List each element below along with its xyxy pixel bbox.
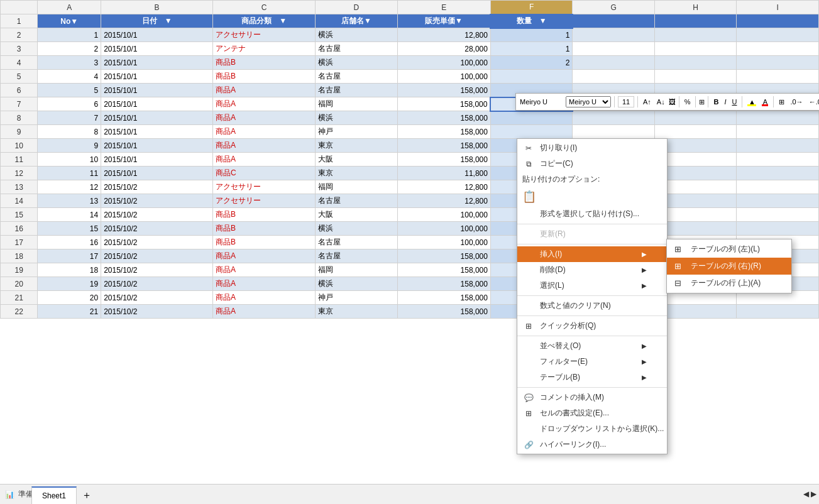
- cell-price-7[interactable]: 158,000: [397, 97, 490, 111]
- sheet-tab-sheet1[interactable]: Sheet1: [31, 486, 77, 504]
- ctx-table[interactable]: テーブル(B) ▶: [517, 370, 667, 385]
- ctx-sort[interactable]: 並べ替え(O) ▶: [517, 338, 667, 354]
- cell-date-2[interactable]: 2015/10/1: [101, 28, 213, 42]
- col-header-g[interactable]: G: [573, 1, 654, 14]
- cell-category-13[interactable]: アクセサリー: [213, 180, 316, 194]
- cell-no-19[interactable]: 18: [38, 263, 101, 277]
- cell-no-13[interactable]: 12: [38, 180, 101, 194]
- cell-store-2[interactable]: 横浜: [316, 28, 397, 42]
- cell-store-16[interactable]: 横浜: [316, 222, 397, 236]
- col-header-a[interactable]: A: [38, 1, 101, 14]
- cell-price-10[interactable]: 158,000: [397, 139, 490, 153]
- ctx-clear[interactable]: 数式と値のクリア(N): [517, 298, 667, 314]
- cell-qty-9[interactable]: [490, 125, 572, 139]
- font-name-select[interactable]: Meiryo U: [566, 96, 611, 107]
- cell-date-18[interactable]: 2015/10/2: [101, 249, 213, 263]
- col-header-f[interactable]: F: [490, 1, 572, 14]
- cell-category-16[interactable]: 商品B: [213, 222, 316, 236]
- cell-store-22[interactable]: 東京: [316, 305, 397, 319]
- cell-price-4[interactable]: 100,000: [397, 56, 490, 70]
- ctx-copy[interactable]: ⧉ コピー(C): [517, 156, 667, 172]
- cell-category-18[interactable]: 商品A: [213, 249, 316, 263]
- cell-date-13[interactable]: 2015/10/2: [101, 180, 213, 194]
- bold-button[interactable]: B: [712, 97, 720, 106]
- col-header-c[interactable]: C: [213, 1, 316, 14]
- cell-qty-3[interactable]: 1: [490, 42, 572, 56]
- submenu-row-above[interactable]: ⊟ テーブルの行 (上)(A): [667, 275, 791, 292]
- cell-category-21[interactable]: 商品A: [213, 291, 316, 305]
- header-date[interactable]: 日付 ▼: [101, 14, 213, 28]
- cell-date-17[interactable]: 2015/10/2: [101, 236, 213, 249]
- cell-qty-2[interactable]: 1: [490, 28, 572, 42]
- cell-date-15[interactable]: 2015/10/2: [101, 208, 213, 222]
- cell-category-5[interactable]: 商品B: [213, 70, 316, 84]
- col-header-b[interactable]: B: [101, 1, 213, 14]
- cell-price-6[interactable]: 158,000: [397, 84, 490, 97]
- cell-qty-4[interactable]: 2: [490, 56, 572, 70]
- cell-date-12[interactable]: 2015/10/1: [101, 167, 213, 180]
- cell-date-22[interactable]: 2015/10/2: [101, 305, 213, 319]
- cell-category-7[interactable]: 商品A: [213, 97, 316, 111]
- ctx-cut[interactable]: ✂ 切り取り(I): [517, 140, 667, 156]
- cell-store-3[interactable]: 名古屋: [316, 42, 397, 56]
- cell-no-8[interactable]: 7: [38, 111, 101, 125]
- fill-color-button[interactable]: ▲: [745, 97, 758, 107]
- ctx-hyperlink[interactable]: 🔗 ハイパーリンク(I)...: [517, 437, 667, 452]
- decimal-inc-button[interactable]: .0→: [788, 97, 805, 106]
- cell-store-13[interactable]: 福岡: [316, 180, 397, 194]
- header-price[interactable]: 販売単価▼: [397, 14, 490, 28]
- cell-no-14[interactable]: 13: [38, 194, 101, 208]
- border-button[interactable]: ⊞: [777, 97, 786, 107]
- cell-store-12[interactable]: 東京: [316, 167, 397, 180]
- cell-no-9[interactable]: 8: [38, 125, 101, 139]
- cell-no-17[interactable]: 16: [38, 236, 101, 249]
- cell-date-5[interactable]: 2015/10/1: [101, 70, 213, 84]
- col-header-i[interactable]: I: [737, 1, 819, 14]
- increase-font-button[interactable]: A↑: [641, 97, 653, 106]
- decrease-font-button[interactable]: A↓: [655, 97, 667, 106]
- cell-date-3[interactable]: 2015/10/1: [101, 42, 213, 56]
- cell-no-7[interactable]: 6: [38, 97, 101, 111]
- ctx-paste-icons[interactable]: 📋: [517, 187, 667, 206]
- header-store[interactable]: 店舗名▼: [316, 14, 397, 28]
- cell-date-7[interactable]: 2015/10/1: [101, 97, 213, 111]
- submenu-col-left[interactable]: ⊞ テーブルの列 (左)(L): [667, 241, 791, 258]
- cell-price-22[interactable]: 158,000: [397, 305, 490, 319]
- cell-store-10[interactable]: 東京: [316, 139, 397, 153]
- cell-no-3[interactable]: 2: [38, 42, 101, 56]
- cell-price-9[interactable]: 158,000: [397, 125, 490, 139]
- cell-store-14[interactable]: 名古屋: [316, 194, 397, 208]
- ctx-filter[interactable]: フィルター(E) ▶: [517, 354, 667, 370]
- cell-store-17[interactable]: 名古屋: [316, 236, 397, 249]
- cell-store-20[interactable]: 横浜: [316, 277, 397, 291]
- add-sheet-button[interactable]: ＋: [77, 486, 97, 504]
- cell-date-19[interactable]: 2015/10/2: [101, 263, 213, 277]
- ctx-quickanal[interactable]: ⊞ クイック分析(Q): [517, 318, 667, 334]
- cell-category-6[interactable]: 商品A: [213, 84, 316, 97]
- cell-store-8[interactable]: 横浜: [316, 111, 397, 125]
- cell-store-9[interactable]: 神戸: [316, 125, 397, 139]
- header-no[interactable]: No▼: [38, 14, 101, 28]
- scroll-right[interactable]: ◀ ▶: [801, 484, 819, 504]
- col-header-d[interactable]: D: [316, 1, 397, 14]
- cell-date-8[interactable]: 2015/10/1: [101, 111, 213, 125]
- cell-price-12[interactable]: 11,800: [397, 167, 490, 180]
- cell-no-16[interactable]: 15: [38, 222, 101, 236]
- cell-category-22[interactable]: 商品A: [213, 305, 316, 319]
- cell-store-18[interactable]: 名古屋: [316, 249, 397, 263]
- cell-category-12[interactable]: 商品C: [213, 167, 316, 180]
- cell-price-17[interactable]: 100,000: [397, 236, 490, 249]
- cell-category-17[interactable]: 商品B: [213, 236, 316, 249]
- submenu-col-right[interactable]: ⊞ テーブルの列 (右)(R): [667, 258, 791, 275]
- cell-date-11[interactable]: 2015/10/1: [101, 153, 213, 167]
- cell-qty-8[interactable]: [490, 111, 572, 125]
- cell-category-9[interactable]: 商品A: [213, 125, 316, 139]
- cell-category-11[interactable]: 商品A: [213, 153, 316, 167]
- ctx-select[interactable]: 選択(L) ▶: [517, 278, 667, 293]
- cell-price-11[interactable]: 158,000: [397, 153, 490, 167]
- cell-no-11[interactable]: 10: [38, 153, 101, 167]
- cell-price-19[interactable]: 158,000: [397, 263, 490, 277]
- col-header-h[interactable]: H: [654, 1, 736, 14]
- cell-category-14[interactable]: アクセサリー: [213, 194, 316, 208]
- cell-category-19[interactable]: 商品A: [213, 263, 316, 277]
